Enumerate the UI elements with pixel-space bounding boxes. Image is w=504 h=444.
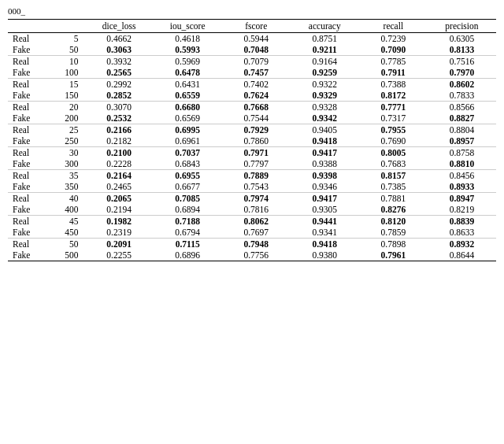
cell-dice_loss: 0.3070 [85,102,154,113]
cell-label: Fake [8,181,49,193]
cell-dice_loss: 0.2164 [85,170,154,182]
cell-dice_loss: 0.2182 [85,135,154,147]
cell-precision: 0.8804 [428,124,496,136]
cell-fscore: 0.7756 [222,250,291,261]
cell-dice_loss: 0.2228 [85,158,154,170]
cell-iou_score: 0.6995 [154,124,222,136]
cell-accuracy: 0.9329 [291,90,359,102]
cell-dice_loss: 0.2992 [85,79,154,91]
cell-iou_score: 0.6677 [154,181,222,193]
cell-label: Real [8,193,49,205]
cell-iou_score: 0.4618 [154,33,222,45]
table-row: Real400.20650.70850.79740.94170.78810.89… [8,193,496,205]
cell-iou_score: 0.5993 [154,44,222,56]
cell-fscore: 0.7543 [222,181,291,193]
table-row: Real200.30700.66800.76680.93280.77710.85… [8,102,496,113]
table-row: Fake1000.25650.64780.74570.92590.79110.7… [8,67,496,79]
cell-label: Fake [8,90,49,102]
cell-fscore: 0.7929 [222,124,291,136]
cell-iou_score: 0.5969 [154,56,222,68]
top-label: 000_ [8,6,496,16]
cell-dice_loss: 0.2065 [85,193,154,205]
cell-recall: 0.7388 [359,79,428,91]
cell-precision: 0.7833 [428,90,496,102]
cell-dice_loss: 0.2166 [85,124,154,136]
cell-accuracy: 0.9328 [291,102,359,113]
cell-dice_loss: 0.4662 [85,33,154,45]
col-header-fscore: fscore [222,20,291,33]
col-header-precision: precision [428,20,496,33]
table-row: Real350.21640.69550.78890.93980.81570.84… [8,170,496,182]
cell-label: Fake [8,158,49,170]
cell-precision: 0.8827 [428,113,496,124]
cell-iou_score: 0.6559 [154,90,222,102]
cell-dice_loss: 0.2465 [85,181,154,193]
cell-iou_score: 0.6680 [154,102,222,113]
cell-fscore: 0.7402 [222,79,291,91]
cell-precision: 0.8957 [428,135,496,147]
cell-label: Real [8,147,49,159]
cell-precision: 0.8933 [428,181,496,193]
cell-precision: 0.8133 [428,44,496,56]
cell-accuracy: 0.9211 [291,44,359,56]
cell-recall: 0.7090 [359,44,428,56]
cell-num: 50 [49,44,84,56]
cell-fscore: 0.7079 [222,56,291,68]
cell-fscore: 0.7816 [222,204,291,216]
cell-accuracy: 0.9398 [291,170,359,182]
cell-iou_score: 0.6431 [154,79,222,91]
cell-accuracy: 0.9164 [291,56,359,68]
cell-recall: 0.7898 [359,239,428,250]
cell-num: 40 [49,193,84,205]
cell-num: 400 [49,204,84,216]
cell-label: Real [8,33,49,45]
cell-precision: 0.7516 [428,56,496,68]
cell-num: 5 [49,33,84,45]
cell-fscore: 0.5944 [222,33,291,45]
cell-precision: 0.8219 [428,204,496,216]
table-row: Real100.39320.59690.70790.91640.77850.75… [8,56,496,68]
cell-num: 50 [49,239,84,250]
col-header-dice: dice_loss [85,20,154,33]
cell-precision: 0.8633 [428,227,496,239]
cell-iou_score: 0.7188 [154,216,222,228]
cell-accuracy: 0.9417 [291,147,359,159]
table-row: Fake1500.28520.65590.76240.93290.81720.7… [8,90,496,102]
table-row: Real50.46620.46180.59440.87510.72390.630… [8,33,496,45]
table-row: Fake3500.24650.66770.75430.93460.73850.8… [8,181,496,193]
cell-accuracy: 0.9322 [291,79,359,91]
cell-precision: 0.8758 [428,147,496,159]
col-header-label [8,20,49,33]
cell-label: Real [8,102,49,113]
cell-iou_score: 0.6955 [154,170,222,182]
cell-dice_loss: 0.2852 [85,90,154,102]
table-row: Real300.21000.70370.79710.94170.80050.87… [8,147,496,159]
cell-precision: 0.8644 [428,250,496,261]
cell-accuracy: 0.9305 [291,204,359,216]
cell-fscore: 0.7544 [222,113,291,124]
cell-fscore: 0.7971 [222,147,291,159]
cell-iou_score: 0.6478 [154,67,222,79]
cell-accuracy: 0.9341 [291,227,359,239]
cell-fscore: 0.7948 [222,239,291,250]
cell-num: 250 [49,135,84,147]
cell-precision: 0.8947 [428,193,496,205]
cell-accuracy: 0.8751 [291,33,359,45]
cell-accuracy: 0.9346 [291,181,359,193]
table-row: Fake4500.23190.67940.76970.93410.78590.8… [8,227,496,239]
col-header-recall: recall [359,20,428,33]
cell-num: 15 [49,79,84,91]
cell-accuracy: 0.9417 [291,193,359,205]
cell-precision: 0.6305 [428,33,496,45]
cell-label: Fake [8,44,49,56]
cell-num: 350 [49,181,84,193]
cell-num: 300 [49,158,84,170]
cell-iou_score: 0.7115 [154,239,222,250]
cell-label: Real [8,216,49,228]
table-row: Fake2000.25320.65690.75440.93420.73170.8… [8,113,496,124]
cell-accuracy: 0.9380 [291,250,359,261]
cell-precision: 0.8456 [428,170,496,182]
cell-accuracy: 0.9418 [291,239,359,250]
table-row: Real450.19820.71880.80620.94410.81200.88… [8,216,496,228]
cell-recall: 0.7911 [359,67,428,79]
